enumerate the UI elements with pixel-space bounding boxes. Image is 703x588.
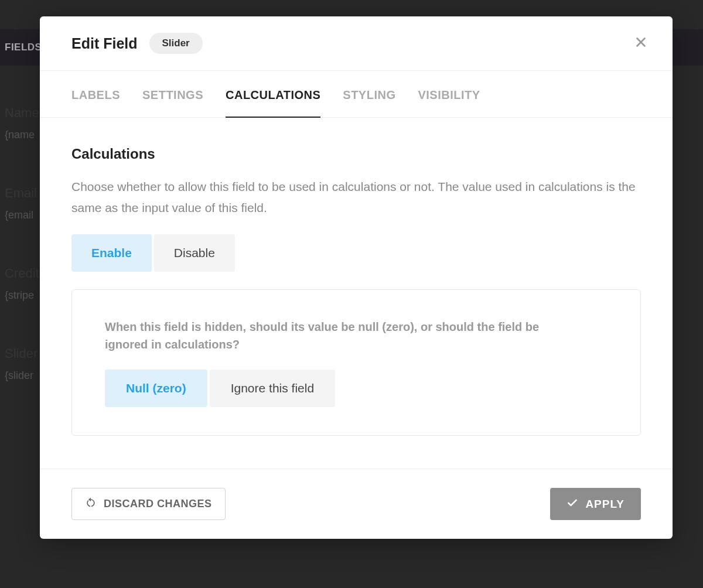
apply-button[interactable]: APPLY	[550, 488, 641, 520]
edit-field-modal: Edit Field Slider LABELS SETTINGS CALCUL…	[40, 16, 673, 539]
undo-icon	[85, 497, 97, 511]
enable-disable-toggle: Enable Disable	[71, 234, 235, 272]
tab-styling[interactable]: STYLING	[343, 71, 395, 117]
modal-tabs: LABELS SETTINGS CALCULATIONS STYLING VIS…	[40, 71, 673, 118]
close-icon	[634, 36, 647, 51]
tab-settings[interactable]: SETTINGS	[142, 71, 203, 117]
disable-button[interactable]: Disable	[154, 234, 235, 272]
tab-labels[interactable]: LABELS	[71, 71, 120, 117]
section-description: Choose whether to allow this field to be…	[71, 176, 640, 218]
apply-label: APPLY	[585, 498, 624, 511]
hidden-behavior-toggle: Null (zero) Ignore this field	[105, 370, 335, 407]
hidden-behavior-question: When this field is hidden, should its va…	[105, 318, 585, 353]
modal-header: Edit Field Slider	[40, 16, 673, 71]
check-icon	[567, 497, 578, 511]
tab-calculations[interactable]: CALCULATIONS	[226, 71, 320, 117]
discard-changes-button[interactable]: DISCARD CHANGES	[71, 488, 226, 520]
null-zero-button[interactable]: Null (zero)	[105, 370, 207, 407]
modal-title: Edit Field	[71, 35, 138, 52]
field-type-badge: Slider	[149, 33, 203, 54]
modal-footer: DISCARD CHANGES APPLY	[40, 469, 673, 539]
modal-body: Calculations Choose whether to allow thi…	[40, 118, 673, 469]
ignore-field-button[interactable]: Ignore this field	[210, 370, 335, 407]
enable-button[interactable]: Enable	[71, 234, 152, 272]
tab-visibility[interactable]: VISIBILITY	[418, 71, 480, 117]
section-title: Calculations	[71, 146, 641, 162]
hidden-behavior-panel: When this field is hidden, should its va…	[71, 289, 641, 436]
close-button[interactable]	[633, 35, 649, 52]
discard-label: DISCARD CHANGES	[104, 498, 212, 510]
